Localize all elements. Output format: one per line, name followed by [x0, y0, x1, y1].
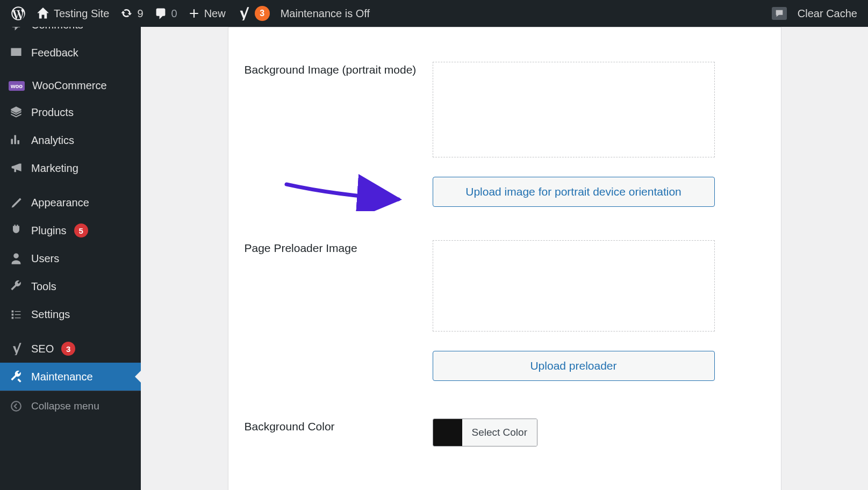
- admin-sidebar: Comments Feedback woo WooCommerce Produc…: [0, 27, 141, 490]
- sidebar-item-tools[interactable]: Tools: [0, 272, 141, 300]
- plus-icon: [188, 8, 200, 19]
- marketing-icon: [9, 161, 24, 176]
- wp-logo[interactable]: [5, 0, 31, 27]
- color-swatch: [433, 419, 462, 446]
- sidebar-item-seo[interactable]: SEO 3: [0, 335, 141, 363]
- woo-icon: woo: [9, 81, 25, 91]
- tools-icon: [9, 279, 24, 294]
- upload-preloader-button[interactable]: Upload preloader: [433, 351, 715, 381]
- bg-portrait-preview: [433, 62, 715, 157]
- preloader-label: Page Preloader Image: [245, 240, 433, 256]
- admin-bar: Testing Site 9 0 New 3 Maint: [0, 0, 868, 27]
- plugins-icon: [9, 223, 24, 238]
- sidebar-item-maintenance[interactable]: Maintenance: [0, 363, 141, 391]
- plugins-badge: 5: [74, 224, 88, 237]
- products-icon: [9, 105, 24, 120]
- sidebar-label: Tools: [31, 280, 56, 293]
- sidebar-item-feedback[interactable]: Feedback: [0, 39, 141, 67]
- notifications-link[interactable]: [766, 0, 792, 27]
- settings-icon: [9, 307, 24, 322]
- upload-portrait-button[interactable]: Upload image for portrait device orienta…: [433, 177, 715, 207]
- sidebar-label: Appearance: [31, 197, 89, 209]
- new-label: New: [204, 8, 226, 20]
- yoast-icon: [236, 6, 250, 20]
- sidebar-item-marketing[interactable]: Marketing: [0, 154, 141, 182]
- svg-point-0: [11, 401, 21, 411]
- clear-cache-link[interactable]: Clear Cache: [792, 0, 863, 27]
- maintenance-status-link[interactable]: Maintenance is Off: [275, 0, 375, 27]
- feedback-icon: [9, 45, 24, 60]
- comments-icon: [154, 7, 167, 20]
- wordpress-icon: [11, 6, 26, 21]
- update-icon: [120, 7, 133, 20]
- collapse-label: Collapse menu: [31, 400, 99, 412]
- settings-panel: Background Image (portrait mode) Upload …: [228, 27, 781, 490]
- updates-count: 9: [137, 8, 143, 20]
- collapse-menu[interactable]: Collapse menu: [0, 391, 141, 421]
- sidebar-item-plugins[interactable]: Plugins 5: [0, 217, 141, 244]
- sidebar-label: Users: [31, 253, 59, 265]
- maintenance-icon: [9, 369, 24, 384]
- yoast-badge: 3: [255, 6, 270, 21]
- sidebar-item-analytics[interactable]: Analytics: [0, 126, 141, 154]
- sidebar-item-appearance[interactable]: Appearance: [0, 189, 141, 217]
- updates-link[interactable]: 9: [114, 0, 148, 27]
- sidebar-label: WooCommerce: [32, 80, 107, 92]
- comments-link[interactable]: 0: [149, 0, 183, 27]
- users-icon: [9, 251, 24, 266]
- sidebar-item-woocommerce[interactable]: woo WooCommerce: [0, 73, 141, 98]
- sidebar-item-products[interactable]: Products: [0, 98, 141, 126]
- appearance-icon: [9, 195, 24, 210]
- site-title: Testing Site: [54, 8, 109, 20]
- row-bg-color: Background Color Select Color: [245, 419, 765, 448]
- sidebar-label: SEO: [31, 343, 54, 355]
- analytics-icon: [9, 133, 24, 148]
- yoast-icon: [9, 341, 24, 356]
- comments-count: 0: [171, 8, 177, 20]
- main-content: Background Image (portrait mode) Upload …: [141, 27, 868, 490]
- preloader-preview: [433, 240, 715, 332]
- clear-cache-label: Clear Cache: [798, 8, 857, 20]
- color-picker[interactable]: Select Color: [433, 419, 538, 446]
- comments-icon: [9, 27, 24, 32]
- sidebar-label: Products: [31, 106, 74, 119]
- home-icon: [37, 7, 49, 20]
- bg-color-label: Background Color: [245, 419, 433, 435]
- sidebar-item-users[interactable]: Users: [0, 244, 141, 272]
- bg-portrait-label: Background Image (portrait mode): [245, 62, 433, 78]
- seo-badge: 3: [61, 342, 75, 356]
- sidebar-label: Comments: [31, 27, 83, 31]
- notification-icon: [772, 7, 787, 20]
- maintenance-status: Maintenance is Off: [281, 8, 370, 20]
- sidebar-item-settings[interactable]: Settings: [0, 300, 141, 328]
- select-color-button[interactable]: Select Color: [462, 419, 537, 446]
- row-bg-portrait: Background Image (portrait mode) Upload …: [245, 62, 765, 207]
- new-link[interactable]: New: [183, 0, 231, 27]
- sidebar-label: Settings: [31, 308, 70, 321]
- yoast-link[interactable]: 3: [231, 0, 275, 27]
- site-name-link[interactable]: Testing Site: [31, 0, 114, 27]
- sidebar-label: Marketing: [31, 162, 78, 175]
- sidebar-item-comments[interactable]: Comments: [0, 27, 141, 39]
- sidebar-label: Maintenance: [31, 371, 93, 383]
- sidebar-label: Analytics: [31, 134, 74, 147]
- collapse-icon: [9, 399, 24, 414]
- row-preloader: Page Preloader Image Upload preloader: [245, 240, 765, 381]
- sidebar-label: Plugins: [31, 225, 67, 237]
- sidebar-label: Feedback: [31, 47, 78, 59]
